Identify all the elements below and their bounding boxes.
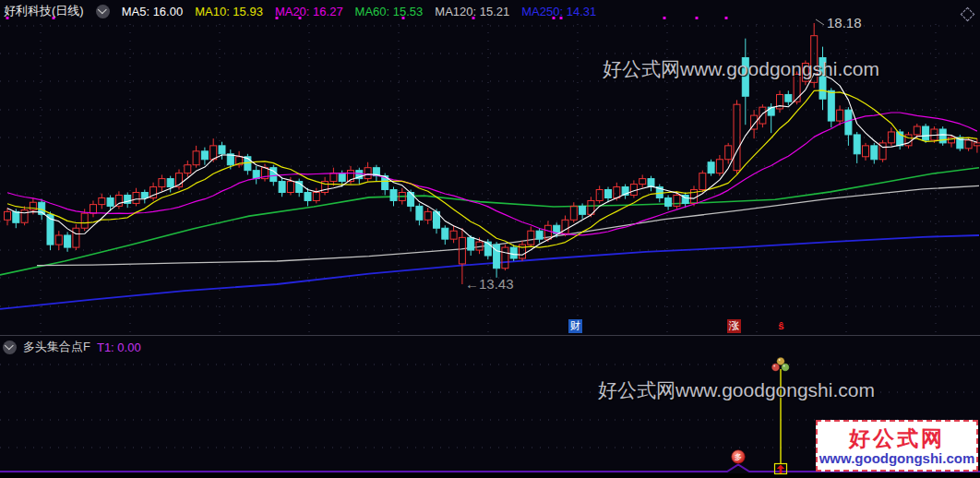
goodgongshi-logo: 好公式网 www.goodgongshi.com bbox=[816, 420, 978, 472]
stock-title: 好利科技(日线) bbox=[4, 3, 84, 19]
watermark-sub: 好公式网www.goodgongshi.com bbox=[598, 377, 875, 403]
marker-zhang: 涨 bbox=[727, 319, 741, 333]
high-price-label: 18.18 bbox=[827, 15, 862, 30]
ma250-value-label: MA250: 14.31 bbox=[521, 5, 596, 18]
ma5-value-label: MA5: 16.00 bbox=[122, 5, 184, 18]
svg-text:多: 多 bbox=[735, 452, 743, 461]
marker-cai: 财 bbox=[568, 319, 582, 333]
main-chart-header: 好利科技(日线) MA5: 16.00 MA10: 15.93 MA20: 16… bbox=[4, 3, 596, 19]
logo-name: 好公式网 bbox=[849, 426, 945, 451]
low-price-label: ←13.43 bbox=[465, 276, 514, 292]
stock-chart-window: 多 好利科技(日线) MA5: 16.00 MA10: 15.93 MA20: … bbox=[0, 0, 980, 478]
indicator-t1-value: T1: 0.00 bbox=[97, 341, 141, 354]
ma20-value-label: MA20: 16.27 bbox=[275, 5, 343, 18]
marker-s-arrow: ŝ bbox=[774, 319, 788, 333]
ma120-value-label: MA120: 15.21 bbox=[435, 5, 509, 18]
chevron-down-icon bbox=[5, 341, 14, 350]
indicator-title: 多头集合点F bbox=[23, 339, 90, 355]
ma60-value-label: MA60: 15.53 bbox=[355, 5, 424, 18]
watermark-main: 好公式网www.goodgongshi.com bbox=[603, 56, 879, 82]
sub-chart-header: 多头集合点F T1: 0.00 bbox=[3, 339, 141, 355]
logo-url: www.goodgongshi.com bbox=[819, 451, 975, 466]
ma10-value-label: MA10: 15.93 bbox=[195, 5, 263, 18]
collapse-main-icon[interactable] bbox=[96, 5, 110, 18]
collapse-sub-icon[interactable] bbox=[3, 341, 17, 354]
chevron-down-icon bbox=[98, 5, 107, 14]
